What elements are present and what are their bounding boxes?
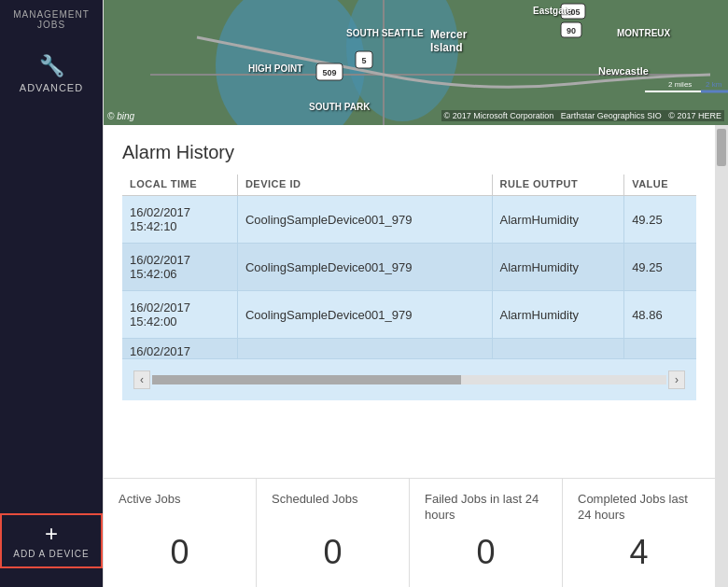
map-area: 509 5 90 405 2 miles 2 km MercerIsland E… <box>104 0 728 125</box>
cell-value-partial <box>624 339 696 359</box>
table-navigation: ‹ › <box>130 367 689 393</box>
cell-device-id: CoolingSampleDevice001_979 <box>237 196 492 244</box>
stat-label: Failed Jobs in last 24 hours <box>425 492 547 524</box>
cell-value: 48.86 <box>624 291 696 339</box>
map-label-mercer: MercerIsland <box>430 28 467 54</box>
table-row: 16/02/201715:42:10 CoolingSampleDevice00… <box>122 196 696 244</box>
map-label-high-point: HIGH POINT <box>248 63 302 74</box>
stat-card-1: Scheduled Jobs 0 <box>257 479 410 587</box>
map-copyright: © 2017 Microsoft Corporation Earthstar G… <box>441 110 724 121</box>
nav-right-arrow[interactable]: › <box>668 370 685 389</box>
bing-logo: © bing <box>107 111 134 121</box>
add-device-button[interactable]: + ADD A DEVICE <box>0 513 102 568</box>
cell-rule-output: AlarmHumidity <box>492 291 624 339</box>
stat-value: 4 <box>578 533 700 572</box>
sidebar-top-label: MANAGEMENT JOBS <box>0 9 103 30</box>
stat-card-2: Failed Jobs in last 24 hours 0 <box>410 479 563 587</box>
content-area: Alarm History LOCAL TIME DEVICE ID RULE … <box>104 125 728 587</box>
sidebar-bottom: + ADD A DEVICE <box>0 513 102 568</box>
cell-device-id: CoolingSampleDevice001_979 <box>237 291 492 339</box>
cell-rule-output: AlarmHumidity <box>492 196 624 244</box>
map-label-montreux: MONTREUX <box>617 28 670 38</box>
stats-section: Active Jobs 0 Scheduled Jobs 0 Failed Jo… <box>104 478 715 587</box>
scroll-thumb <box>717 129 726 166</box>
col-rule-output: RULE OUTPUT <box>492 175 624 196</box>
add-device-label: ADD A DEVICE <box>13 549 89 559</box>
stat-value: 0 <box>425 533 547 572</box>
svg-text:5: 5 <box>361 56 366 65</box>
nav-left-arrow[interactable]: ‹ <box>133 370 150 389</box>
main-content-panel: Alarm History LOCAL TIME DEVICE ID RULE … <box>104 125 715 587</box>
alarm-section: Alarm History LOCAL TIME DEVICE ID RULE … <box>104 125 715 478</box>
cell-local-time: 16/02/201715:42:06 <box>122 244 237 291</box>
cell-rule-output: AlarmHumidity <box>492 244 624 291</box>
col-value: VALUE <box>624 175 696 196</box>
map-label-newcastle: Newcastle <box>598 65 649 77</box>
alarm-table: LOCAL TIME DEVICE ID RULE OUTPUT VALUE 1… <box>122 175 696 400</box>
stat-value: 0 <box>119 533 241 572</box>
h-scroll-thumb <box>152 375 461 384</box>
svg-text:90: 90 <box>567 26 576 35</box>
table-row: 16/02/201715:42:06 CoolingSampleDevice00… <box>122 244 696 291</box>
col-local-time: LOCAL TIME <box>122 175 237 196</box>
map-label-southpark: SOUTH PARK <box>309 102 370 112</box>
table-row-partial: 16/02/2017 <box>122 339 696 359</box>
map-label-south-seattle: SOUTH SEATTLE <box>346 28 424 38</box>
wrench-icon: 🔧 <box>39 54 64 78</box>
cell-value: 49.25 <box>624 244 696 291</box>
svg-text:2 miles: 2 miles <box>668 80 692 89</box>
cell-value: 49.25 <box>624 196 696 244</box>
stat-label: Active Jobs <box>119 492 241 508</box>
cell-local-time-partial: 16/02/2017 <box>122 339 237 359</box>
cell-device-id-partial <box>237 339 492 359</box>
advanced-label: ADVANCED <box>20 82 83 93</box>
cell-local-time: 16/02/201715:42:10 <box>122 196 237 244</box>
map-background: 509 5 90 405 2 miles 2 km MercerIsland E… <box>104 0 728 125</box>
main-panel: 509 5 90 405 2 miles 2 km MercerIsland E… <box>103 0 728 587</box>
map-roads-svg: 509 5 90 405 2 miles 2 km <box>104 0 728 125</box>
plus-icon: + <box>45 523 58 545</box>
col-device-id: DEVICE ID <box>237 175 492 196</box>
vertical-scrollbar[interactable] <box>715 125 728 587</box>
stat-card-0: Active Jobs 0 <box>104 479 257 587</box>
stat-card-3: Completed Jobs last 24 hours 4 <box>563 479 715 587</box>
stat-label: Scheduled Jobs <box>272 492 394 508</box>
alarm-history-title: Alarm History <box>122 142 696 163</box>
cell-local-time: 16/02/201715:42:00 <box>122 291 237 339</box>
svg-text:2 km: 2 km <box>706 80 722 89</box>
stat-label: Completed Jobs last 24 hours <box>578 492 700 524</box>
sidebar-item-advanced[interactable]: 🔧 ADVANCED <box>10 45 92 103</box>
sidebar: MANAGEMENT JOBS 🔧 ADVANCED + ADD A DEVIC… <box>0 0 103 587</box>
cell-device-id: CoolingSampleDevice001_979 <box>237 244 492 291</box>
horizontal-scrollbar[interactable] <box>152 375 666 384</box>
table-row: 16/02/201715:42:00 CoolingSampleDevice00… <box>122 291 696 339</box>
stat-value: 0 <box>272 533 394 572</box>
svg-text:509: 509 <box>322 68 336 77</box>
map-label-eastgate: Eastgate <box>533 6 572 16</box>
cell-rule-output-partial <box>492 339 624 359</box>
